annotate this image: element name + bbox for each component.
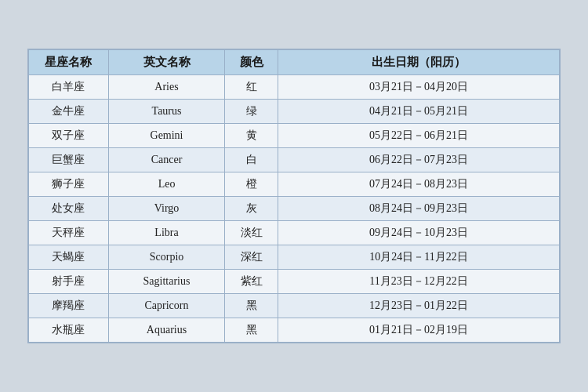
cell-date: 07月24日－08月23日 [278, 172, 560, 197]
table-row: 双子座Gemini黄05月22日－06月21日 [29, 124, 560, 148]
cell-chinese: 天蝎座 [29, 245, 109, 270]
cell-chinese: 射手座 [29, 270, 109, 294]
cell-date: 03月21日－04月20日 [278, 75, 560, 100]
table-row: 白羊座Aries红03月21日－04月20日 [29, 75, 560, 100]
cell-chinese: 水瓶座 [29, 318, 109, 343]
cell-color: 紫红 [225, 270, 278, 294]
cell-english: Taurus [108, 100, 225, 124]
cell-english: Leo [108, 172, 225, 197]
header-chinese: 星座名称 [29, 50, 109, 75]
cell-date: 06月22日－07月23日 [278, 148, 560, 172]
cell-color: 灰 [225, 197, 278, 221]
table-row: 狮子座Leo橙07月24日－08月23日 [29, 172, 560, 197]
cell-color: 白 [225, 148, 278, 172]
cell-color: 黑 [225, 294, 278, 318]
cell-chinese: 金牛座 [29, 100, 109, 124]
cell-color: 黑 [225, 318, 278, 343]
table-row: 摩羯座Capricorn黑12月23日－01月22日 [29, 294, 560, 318]
cell-chinese: 狮子座 [29, 172, 109, 197]
cell-english: Sagittarius [108, 270, 225, 294]
cell-color: 红 [225, 75, 278, 100]
header-date: 出生日期（阳历） [278, 50, 560, 75]
cell-date: 10月24日－11月22日 [278, 245, 560, 270]
cell-date: 09月24日－10月23日 [278, 221, 560, 245]
cell-color: 橙 [225, 172, 278, 197]
table-row: 巨蟹座Cancer白06月22日－07月23日 [29, 148, 560, 172]
cell-chinese: 双子座 [29, 124, 109, 148]
cell-chinese: 摩羯座 [29, 294, 109, 318]
cell-english: Aquarius [108, 318, 225, 343]
cell-color: 淡红 [225, 221, 278, 245]
table-row: 射手座Sagittarius紫红11月23日－12月22日 [29, 270, 560, 294]
cell-date: 05月22日－06月21日 [278, 124, 560, 148]
header-english: 英文名称 [108, 50, 225, 75]
cell-color: 深红 [225, 245, 278, 270]
cell-date: 12月23日－01月22日 [278, 294, 560, 318]
cell-chinese: 巨蟹座 [29, 148, 109, 172]
header-color: 颜色 [225, 50, 278, 75]
table-row: 天蝎座Scorpio深红10月24日－11月22日 [29, 245, 560, 270]
cell-date: 01月21日－02月19日 [278, 318, 560, 343]
cell-english: Cancer [108, 148, 225, 172]
cell-english: Scorpio [108, 245, 225, 270]
table-row: 处女座Virgo灰08月24日－09月23日 [29, 197, 560, 221]
cell-english: Aries [108, 75, 225, 100]
table-row: 金牛座Taurus绿04月21日－05月21日 [29, 100, 560, 124]
cell-english: Virgo [108, 197, 225, 221]
zodiac-table: 星座名称 英文名称 颜色 出生日期（阳历） 白羊座Aries红03月21日－04… [28, 49, 560, 343]
table-row: 水瓶座Aquarius黑01月21日－02月19日 [29, 318, 560, 343]
cell-english: Capricorn [108, 294, 225, 318]
cell-date: 08月24日－09月23日 [278, 197, 560, 221]
cell-date: 04月21日－05月21日 [278, 100, 560, 124]
cell-english: Libra [108, 221, 225, 245]
cell-color: 黄 [225, 124, 278, 148]
cell-chinese: 白羊座 [29, 75, 109, 100]
cell-chinese: 天秤座 [29, 221, 109, 245]
cell-chinese: 处女座 [29, 197, 109, 221]
cell-english: Gemini [108, 124, 225, 148]
cell-color: 绿 [225, 100, 278, 124]
cell-date: 11月23日－12月22日 [278, 270, 560, 294]
table-header-row: 星座名称 英文名称 颜色 出生日期（阳历） [29, 50, 560, 75]
table-row: 天秤座Libra淡红09月24日－10月23日 [29, 221, 560, 245]
zodiac-table-container: 星座名称 英文名称 颜色 出生日期（阳历） 白羊座Aries红03月21日－04… [27, 49, 561, 343]
